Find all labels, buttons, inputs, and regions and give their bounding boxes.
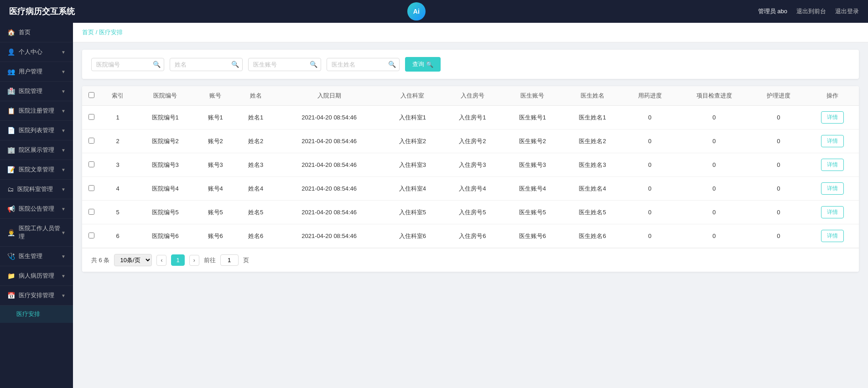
th-admission-date: 入院日期 [276, 86, 383, 106]
btn-frontend[interactable]: 退出到前台 [796, 7, 826, 16]
page-1-btn[interactable]: 1 [171, 254, 184, 266]
row-checkbox[interactable] [88, 138, 94, 144]
cell-name: 姓名3 [235, 153, 275, 177]
cell-doctor-name: 医生姓名5 [562, 201, 623, 224]
cell-index: 2 [100, 129, 135, 153]
detail-button[interactable]: 详情 [821, 111, 844, 124]
cell-name: 姓名5 [235, 201, 275, 224]
chevron-staff: ▼ [61, 230, 66, 235]
cell-hospital-code: 医院编号6 [135, 224, 195, 248]
cell-hospital-code: 医院编号3 [135, 153, 195, 177]
sidebar-item-records[interactable]: 📁 病人病历管理 ▼ [0, 266, 73, 286]
name-search-icon: 🔍 [231, 61, 239, 68]
cell-care-progress: 0 [751, 129, 806, 153]
cell-admission-date: 2021-04-20 08:54:46 [276, 201, 383, 224]
th-doctor-no: 医生账号 [503, 86, 563, 106]
detail-button[interactable]: 详情 [821, 135, 844, 147]
cell-doctor-name: 医生姓名6 [562, 224, 623, 248]
sidebar-label-hospital-reg: 医院注册管理 [19, 107, 54, 115]
sidebar-item-staff[interactable]: 👨‍⚕️ 医院工作人员管理 ▼ [0, 219, 73, 247]
cell-dept: 入住科室2 [382, 129, 442, 153]
th-name: 姓名 [235, 86, 275, 106]
name-wrap: 🔍 [170, 58, 243, 71]
sidebar-label-article: 医院文章管理 [19, 166, 54, 174]
row-checkbox[interactable] [88, 185, 94, 191]
table-row: 3 医院编号3 账号3 姓名3 2021-04-20 08:54:46 入住科室… [82, 153, 859, 177]
home-icon: 🏠 [7, 29, 15, 36]
sidebar-item-personal[interactable]: 👤 个人中心 ▼ [0, 42, 73, 62]
cell-care-progress: 0 [751, 177, 806, 201]
btn-logout[interactable]: 退出登录 [835, 7, 859, 16]
sidebar-item-user-mgmt[interactable]: 👥 用户管理 ▼ [0, 62, 73, 82]
sidebar-item-hospital-reg[interactable]: 📋 医院注册管理 ▼ [0, 101, 73, 121]
breadcrumb-separator: / [96, 29, 99, 36]
prev-page-btn[interactable]: ‹ [156, 255, 166, 266]
detail-button[interactable]: 详情 [821, 159, 844, 171]
row-checkbox-cell [82, 129, 100, 153]
sidebar-item-hospital-list[interactable]: 📄 医院列表管理 ▼ [0, 121, 73, 140]
cell-account: 账号4 [195, 177, 235, 201]
sidebar-label-notice: 医院公告管理 [19, 205, 54, 213]
cell-exam-progress: 0 [677, 153, 751, 177]
next-page-btn[interactable]: › [189, 255, 199, 266]
page-size-select[interactable]: 10条/页 20条/页 50条/页 [114, 254, 152, 266]
cell-room: 入住房号2 [442, 129, 503, 153]
detail-button[interactable]: 详情 [821, 182, 844, 195]
table-row: 5 医院编号5 账号5 姓名5 2021-04-20 08:54:46 入住科室… [82, 201, 859, 224]
cell-drug-progress: 0 [623, 201, 677, 224]
sidebar-item-doctor[interactable]: 🩺 医生管理 ▼ [0, 247, 73, 266]
chevron-hospital-reg: ▼ [61, 109, 66, 114]
cell-exam-progress: 0 [677, 201, 751, 224]
cell-exam-progress: 0 [677, 177, 751, 201]
row-checkbox-cell [82, 177, 100, 201]
hospital-reg-icon: 📋 [7, 107, 15, 114]
notice-icon: 📢 [7, 205, 15, 212]
cell-index: 3 [100, 153, 135, 177]
detail-button[interactable]: 详情 [821, 206, 844, 218]
sidebar-item-arrange[interactable]: 📅 医疗安排管理 ▼ [0, 286, 73, 305]
row-checkbox[interactable] [88, 209, 94, 215]
doctor-icon: 🩺 [7, 253, 15, 260]
cell-exam-progress: 0 [677, 106, 751, 129]
cell-doctor-name: 医生姓名4 [562, 177, 623, 201]
sidebar-item-home[interactable]: 🏠 首页 [0, 23, 73, 42]
cell-admission-date: 2021-04-20 08:54:46 [276, 177, 383, 201]
cell-name: 姓名2 [235, 129, 275, 153]
search-bar: 🔍 🔍 🔍 🔍 查询 🔍 [82, 50, 859, 79]
sidebar-item-hospital-mgmt[interactable]: 🏥 医院管理 ▼ [0, 82, 73, 101]
logo-circle: Ai [407, 2, 426, 21]
sidebar-item-notice[interactable]: 📢 医院公告管理 ▼ [0, 199, 73, 219]
cell-drug-progress: 0 [623, 177, 677, 201]
cell-account: 账号5 [195, 201, 235, 224]
row-checkbox-cell [82, 106, 100, 129]
cell-care-progress: 0 [751, 106, 806, 129]
sidebar-label-user-mgmt: 用户管理 [19, 67, 42, 76]
sidebar-item-campus[interactable]: 🏢 院区展示管理 ▼ [0, 140, 73, 160]
th-index: 索引 [100, 86, 135, 106]
cell-exam-progress: 0 [677, 129, 751, 153]
cell-doctor-no: 医生账号1 [503, 106, 563, 129]
th-doctor-name: 医生姓名 [562, 86, 623, 106]
main-layout: 🏠 首页 👤 个人中心 ▼ 👥 用户管理 ▼ 🏥 医院管理 ▼ [0, 23, 868, 388]
sidebar-sub-item-arrange[interactable]: 医疗安排 [0, 305, 73, 323]
row-checkbox[interactable] [88, 161, 94, 167]
row-checkbox[interactable] [88, 114, 94, 120]
chevron-campus: ▼ [61, 148, 66, 153]
search-button[interactable]: 查询 🔍 [405, 57, 441, 72]
row-checkbox[interactable] [88, 233, 94, 238]
sidebar-label-hospital-mgmt: 医院管理 [19, 87, 42, 95]
select-all-checkbox[interactable] [88, 92, 94, 98]
goto-input[interactable] [220, 254, 239, 266]
cell-drug-progress: 0 [623, 224, 677, 248]
sidebar-item-dept[interactable]: 🗂 医院科室管理 ▼ [0, 180, 73, 199]
detail-button[interactable]: 详情 [821, 230, 844, 242]
sidebar-item-article[interactable]: 📝 医院文章管理 ▼ [0, 160, 73, 180]
cell-index: 6 [100, 224, 135, 248]
hospital-mgmt-icon: 🏥 [7, 88, 15, 95]
cell-care-progress: 0 [751, 153, 806, 177]
chevron-hospital-mgmt: ▼ [61, 89, 66, 94]
sidebar-label-records: 病人病历管理 [19, 272, 54, 280]
th-drug-progress: 用药进度 [623, 86, 677, 106]
table-row: 2 医院编号2 账号2 姓名2 2021-04-20 08:54:46 入住科室… [82, 129, 859, 153]
breadcrumb-current: 医疗安排 [99, 29, 123, 36]
